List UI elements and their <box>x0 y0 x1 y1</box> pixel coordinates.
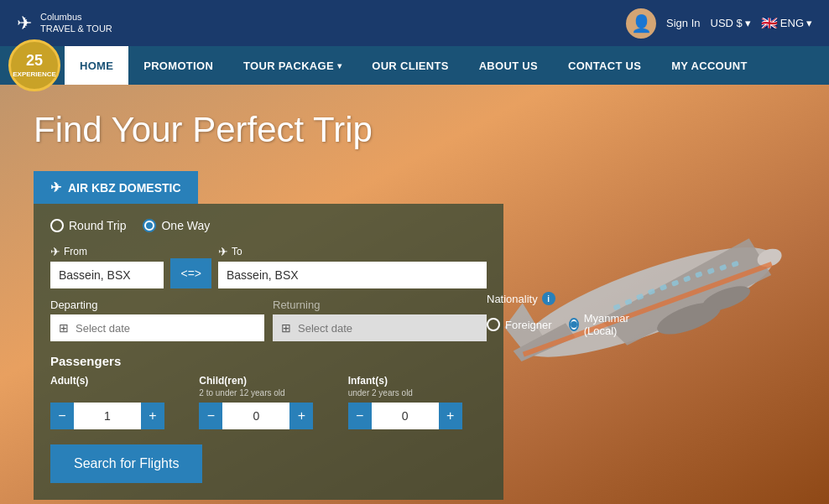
date-row: Departing ⊞ Returning ⊞ <box>50 299 487 341</box>
nav-tour-package[interactable]: TOUR PACKAGE ▾ <box>228 46 357 85</box>
air-kbz-domestic-tab[interactable]: ✈ AIR KBZ DOMESTIC <box>34 171 198 204</box>
lang-arrow-icon: ▾ <box>806 17 812 29</box>
top-bar: ✈ Columbus TRAVEL & TOUR 👤 Sign In USD $… <box>0 0 829 46</box>
lang-label: ENG <box>780 17 804 29</box>
badge-years: 25 <box>13 52 56 70</box>
from-input[interactable] <box>50 262 164 288</box>
returning-group: Returning ⊞ <box>273 299 487 341</box>
adults-label: Adult(s) <box>50 375 189 387</box>
flag-icon: 🇬🇧 <box>761 15 778 31</box>
myanmar-radio[interactable] <box>569 318 579 331</box>
children-increment-button[interactable]: + <box>289 403 313 429</box>
children-decrement-button[interactable]: − <box>199 403 222 429</box>
children-group: Child(ren) 2 to under 12 years old − 0 + <box>199 375 337 429</box>
departing-label: Departing <box>50 299 264 311</box>
departing-group: Departing ⊞ <box>50 299 264 341</box>
currency-selector[interactable]: USD $ ▾ <box>711 17 751 29</box>
to-plane-icon: ✈ <box>218 245 228 258</box>
nationality-section: Nationality i Foreigner Myanmar (Local) <box>487 292 633 337</box>
from-field-group: ✈ From <box>50 245 164 288</box>
logo-name: Columbus <box>40 12 112 23</box>
passengers-title: Passengers <box>50 354 487 368</box>
language-selector[interactable]: 🇬🇧 ENG ▾ <box>761 15 812 31</box>
adults-group: Adult(s) − 1 + <box>50 375 189 429</box>
hero-section: Find Your Perfect Trip ✈ AIR KBZ DOMESTI… <box>0 85 829 504</box>
departing-calendar-icon: ⊞ <box>59 321 69 335</box>
tab-plane-icon: ✈ <box>50 179 61 195</box>
children-label: Child(ren) <box>199 375 337 387</box>
experience-badge: 25 EXPERIENCE <box>8 39 60 91</box>
nav-about-us[interactable]: ABOUT US <box>464 46 553 85</box>
returning-label: Returning <box>273 299 487 311</box>
logo-text: Columbus TRAVEL & TOUR <box>40 12 112 34</box>
from-label: ✈ From <box>50 245 164 258</box>
infants-value: 0 <box>372 403 439 429</box>
adults-sublabel <box>50 388 189 397</box>
infants-label: Infant(s) <box>348 375 487 387</box>
search-flights-button[interactable]: Search for Flights <box>50 444 202 483</box>
nav-our-clients[interactable]: OUR CLIENTS <box>357 46 463 85</box>
children-sublabel: 2 to under 12 years old <box>199 388 337 397</box>
tour-package-arrow-icon: ▾ <box>337 61 342 70</box>
adults-counter: − 1 + <box>50 403 189 429</box>
returning-input[interactable] <box>298 322 478 335</box>
search-panel: Round Trip One Way ✈ From <=> <box>34 204 503 500</box>
nav-home[interactable]: HOME <box>65 46 128 85</box>
plane-logo-icon: ✈ <box>17 13 32 34</box>
logo-area: ✈ Columbus TRAVEL & TOUR <box>17 12 112 34</box>
nav-contact-us[interactable]: CONTACT US <box>553 46 656 85</box>
round-trip-label: Round Trip <box>69 219 126 232</box>
departing-input-wrap: ⊞ <box>50 314 264 341</box>
infants-counter: − 0 + <box>348 403 487 429</box>
nationality-info-icon: i <box>542 292 555 305</box>
infants-group: Infant(s) under 2 years old − 0 + <box>348 375 487 429</box>
avatar: 👤 <box>626 8 656 39</box>
sign-in-button[interactable]: Sign In <box>666 17 700 29</box>
passengers-row: Adult(s) − 1 + Child(ren) 2 to under 12 … <box>50 375 487 429</box>
avatar-icon: 👤 <box>631 13 652 34</box>
infants-sublabel: under 2 years old <box>348 388 487 397</box>
nationality-options: Foreigner Myanmar (Local) <box>487 312 633 337</box>
children-counter: − 0 + <box>199 403 337 429</box>
one-way-option[interactable]: One Way <box>143 219 210 232</box>
round-trip-radio[interactable] <box>50 219 64 232</box>
nav-promotion[interactable]: PROMOTION <box>128 46 228 85</box>
round-trip-option[interactable]: Round Trip <box>50 219 126 232</box>
nationality-label: Nationality i <box>487 292 633 305</box>
logo-sub: TRAVEL & TOUR <box>40 23 112 34</box>
badge-label: EXPERIENCE <box>13 70 56 78</box>
from-plane-icon: ✈ <box>50 245 60 258</box>
nav-bar: 25 EXPERIENCE HOME PROMOTION TOUR PACKAG… <box>0 46 829 85</box>
infants-decrement-button[interactable]: − <box>348 403 372 429</box>
foreigner-radio[interactable] <box>487 318 500 331</box>
tab-label: AIR KBZ DOMESTIC <box>68 181 181 195</box>
adults-value: 1 <box>74 403 141 429</box>
top-right-controls: 👤 Sign In USD $ ▾ 🇬🇧 ENG ▾ <box>626 8 812 39</box>
foreigner-option[interactable]: Foreigner <box>487 318 552 331</box>
trip-type-row: Round Trip One Way <box>50 219 487 232</box>
from-to-row: ✈ From <=> ✈ To <box>50 245 487 288</box>
to-input[interactable] <box>218 262 487 288</box>
children-value: 0 <box>222 403 289 429</box>
to-field-group: ✈ To <box>218 245 487 288</box>
one-way-label: One Way <box>161 219 210 232</box>
passengers-section: Passengers Adult(s) − 1 + Child(ren) 2 t… <box>50 354 487 429</box>
currency-label: USD $ <box>711 17 743 29</box>
infants-increment-button[interactable]: + <box>439 403 462 429</box>
swap-button[interactable]: <=> <box>170 258 211 288</box>
currency-arrow-icon: ▾ <box>745 17 751 29</box>
myanmar-local-option[interactable]: Myanmar (Local) <box>569 312 633 337</box>
returning-calendar-icon: ⊞ <box>281 321 291 335</box>
departing-input[interactable] <box>76 322 256 335</box>
one-way-radio[interactable] <box>143 219 156 232</box>
to-label: ✈ To <box>218 245 487 258</box>
nav-items: HOME PROMOTION TOUR PACKAGE ▾ OUR CLIENT… <box>65 46 763 85</box>
adults-increment-button[interactable]: + <box>141 403 164 429</box>
nav-my-account[interactable]: MY ACCOUNT <box>656 46 762 85</box>
swap-icon: <=> <box>180 267 201 280</box>
adults-decrement-button[interactable]: − <box>50 403 74 429</box>
returning-input-wrap: ⊞ <box>273 314 487 341</box>
